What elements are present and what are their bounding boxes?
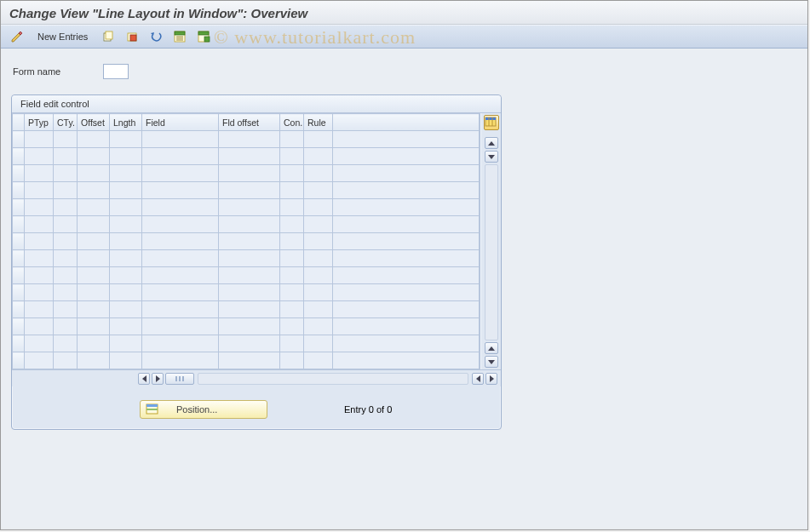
cell-length[interactable] <box>110 131 142 148</box>
cell-con[interactable] <box>280 318 304 335</box>
row-selector[interactable] <box>13 318 25 335</box>
cell-fld-offset[interactable] <box>219 267 280 284</box>
cell-fld-offset[interactable] <box>219 318 280 335</box>
cell-ptyp[interactable] <box>25 284 54 301</box>
scroll-right-button-2[interactable] <box>485 373 497 385</box>
cell-fld-offset[interactable] <box>219 131 280 148</box>
row-selector[interactable] <box>13 182 25 199</box>
cell-length[interactable] <box>110 301 142 318</box>
cell-offset[interactable] <box>78 301 110 318</box>
cell-ptyp[interactable] <box>25 301 54 318</box>
row-selector[interactable] <box>13 284 25 301</box>
cell-ptyp[interactable] <box>25 250 54 267</box>
cell-offset[interactable] <box>78 131 110 148</box>
cell-ptyp[interactable] <box>25 216 54 233</box>
hscroll-track[interactable] <box>198 373 468 385</box>
row-selector[interactable] <box>13 131 25 148</box>
cell-fld-offset[interactable] <box>219 233 280 250</box>
cell-length[interactable] <box>110 165 142 182</box>
row-selector[interactable] <box>13 233 25 250</box>
cell-length[interactable] <box>110 284 142 301</box>
cell-length[interactable] <box>110 216 142 233</box>
cell-rule[interactable] <box>304 148 333 165</box>
row-selector[interactable] <box>13 267 25 284</box>
cell-length[interactable] <box>110 318 142 335</box>
row-selector[interactable] <box>13 352 25 369</box>
cell-cty[interactable] <box>54 335 78 352</box>
cell-offset[interactable] <box>78 165 110 182</box>
cell-cty[interactable] <box>54 199 78 216</box>
cell-con[interactable] <box>280 250 304 267</box>
table-row[interactable] <box>13 233 480 250</box>
table-row[interactable] <box>13 352 480 369</box>
cell-offset[interactable] <box>78 233 110 250</box>
cell-length[interactable] <box>110 199 142 216</box>
row-selector[interactable] <box>13 250 25 267</box>
cell-rule[interactable] <box>304 335 333 352</box>
cell-con[interactable] <box>280 301 304 318</box>
cell-field[interactable] <box>142 148 219 165</box>
cell-cty[interactable] <box>54 216 78 233</box>
col-offset[interactable]: Offset <box>78 114 110 131</box>
cell-con[interactable] <box>280 148 304 165</box>
cell-con[interactable] <box>280 233 304 250</box>
cell-cty[interactable] <box>54 318 78 335</box>
cell-field[interactable] <box>142 216 219 233</box>
row-selector[interactable] <box>13 301 25 318</box>
cell-field[interactable] <box>142 267 219 284</box>
table-row[interactable] <box>13 318 480 335</box>
table-row[interactable] <box>13 284 480 301</box>
cell-length[interactable] <box>110 233 142 250</box>
cell-rule[interactable] <box>304 301 333 318</box>
cell-fld-offset[interactable] <box>219 216 280 233</box>
cell-con[interactable] <box>280 267 304 284</box>
cell-ptyp[interactable] <box>25 148 54 165</box>
cell-con[interactable] <box>280 199 304 216</box>
col-selector[interactable] <box>13 114 25 131</box>
cell-length[interactable] <box>110 148 142 165</box>
cell-field[interactable] <box>142 318 219 335</box>
cell-field[interactable] <box>142 250 219 267</box>
cell-fld-offset[interactable] <box>219 165 280 182</box>
cell-ptyp[interactable] <box>25 318 54 335</box>
cell-field[interactable] <box>142 182 219 199</box>
scroll-left-button-2[interactable] <box>472 373 484 385</box>
cell-fld-offset[interactable] <box>219 182 280 199</box>
row-selector[interactable] <box>13 165 25 182</box>
cell-ptyp[interactable] <box>25 182 54 199</box>
col-field[interactable]: Field <box>142 114 219 131</box>
cell-fld-offset[interactable] <box>219 284 280 301</box>
cell-length[interactable] <box>110 250 142 267</box>
cell-rule[interactable] <box>304 233 333 250</box>
cell-fld-offset[interactable] <box>219 335 280 352</box>
cell-rule[interactable] <box>304 182 333 199</box>
cell-rule[interactable] <box>304 250 333 267</box>
cell-cty[interactable] <box>54 182 78 199</box>
scroll-track[interactable] <box>485 164 498 340</box>
cell-offset[interactable] <box>78 318 110 335</box>
cell-field[interactable] <box>142 284 219 301</box>
cell-rule[interactable] <box>304 318 333 335</box>
cell-cty[interactable] <box>54 233 78 250</box>
scroll-up-button-2[interactable] <box>485 342 498 354</box>
cell-con[interactable] <box>280 165 304 182</box>
cell-length[interactable] <box>110 182 142 199</box>
cell-offset[interactable] <box>78 267 110 284</box>
table-row[interactable] <box>13 199 480 216</box>
col-ptyp[interactable]: PTyp <box>25 114 54 131</box>
cell-con[interactable] <box>280 216 304 233</box>
row-selector[interactable] <box>13 335 25 352</box>
cell-rule[interactable] <box>304 267 333 284</box>
cell-rule[interactable] <box>304 165 333 182</box>
cell-ptyp[interactable] <box>25 233 54 250</box>
col-fld-offset[interactable]: Fld offset <box>219 114 280 131</box>
position-button[interactable]: Position... <box>140 400 267 419</box>
cell-rule[interactable] <box>304 216 333 233</box>
cell-field[interactable] <box>142 301 219 318</box>
cell-ptyp[interactable] <box>25 267 54 284</box>
cell-field[interactable] <box>142 233 219 250</box>
table-row[interactable] <box>13 250 480 267</box>
undo-button[interactable] <box>146 28 165 45</box>
table-row[interactable] <box>13 267 480 284</box>
table-row[interactable] <box>13 301 480 318</box>
